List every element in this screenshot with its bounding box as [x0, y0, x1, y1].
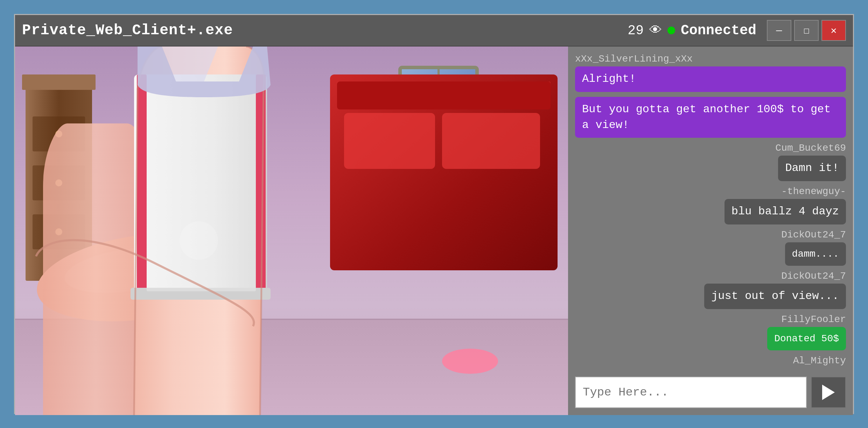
- chat-entry-5: DickOut24_7 damm....: [575, 229, 846, 266]
- status-area: 29 👁 Connected: [628, 23, 756, 38]
- chat-bubble-wrap-5: damm....: [575, 242, 846, 266]
- chat-bubble-5: damm....: [785, 242, 846, 266]
- main-window: Private_Web_Client+.exe 29 👁 Connected —…: [14, 14, 854, 414]
- chat-bubble-1: Alright!: [575, 66, 846, 92]
- chat-username-6: DickOut24_7: [575, 271, 846, 281]
- chat-bubble-6: just out of view...: [704, 284, 846, 309]
- eye-icon: 👁: [649, 23, 662, 38]
- chat-bubble-3: Damn it!: [778, 156, 846, 181]
- chat-panel: xXx_SilverLining_xXx Alright! But you go…: [568, 47, 853, 415]
- video-canvas: [15, 47, 568, 415]
- connection-status: Connected: [681, 23, 756, 38]
- chat-entry-1: xXx_SilverLining_xXx Alright!: [575, 54, 846, 92]
- send-arrow-icon: [822, 385, 835, 400]
- maximize-button[interactable]: ☐: [794, 20, 819, 41]
- video-area: [15, 47, 568, 415]
- chat-bubble-4: blu ballz 4 dayz: [724, 199, 846, 224]
- send-button[interactable]: [811, 377, 846, 408]
- svg-point-20: [442, 349, 498, 374]
- chat-bubble-wrap-3: Damn it!: [575, 156, 846, 181]
- window-controls: — ☐ ✕: [767, 20, 846, 41]
- chat-messages: xXx_SilverLining_xXx Alright! But you go…: [575, 54, 846, 368]
- chat-username-3: Cum_Bucket69: [575, 143, 846, 154]
- svg-rect-17: [337, 81, 551, 109]
- svg-point-29: [180, 221, 218, 260]
- chat-username-4: -thenewguy-: [575, 186, 846, 197]
- chat-username-7: FillyFooler: [575, 314, 846, 325]
- chat-input-area: [575, 377, 846, 408]
- chat-bubble-wrap-7: Donated 50$: [575, 327, 846, 350]
- chat-username-1: xXx_SilverLining_xXx: [575, 54, 846, 64]
- content-area: xXx_SilverLining_xXx Alright! But you go…: [15, 47, 853, 415]
- chat-bubble-wrap-2: But you gotta get another 100$ to get a …: [575, 97, 846, 138]
- svg-rect-25: [137, 74, 147, 295]
- chat-entry-6: DickOut24_7 just out of view...: [575, 271, 846, 309]
- minimize-button[interactable]: —: [767, 20, 791, 41]
- chat-input[interactable]: [575, 377, 807, 408]
- chat-bubble-wrap-1: Alright!: [575, 66, 846, 92]
- chat-entry-8: Al_Mighty Getting closer!: [575, 355, 846, 368]
- titlebar: Private_Web_Client+.exe 29 👁 Connected —…: [15, 15, 853, 47]
- viewers-count: 29: [628, 23, 644, 38]
- connection-dot: [667, 27, 675, 34]
- chat-entry-4: -thenewguy- blu ballz 4 dayz: [575, 186, 846, 224]
- svg-rect-18: [344, 113, 435, 169]
- window-title: Private_Web_Client+.exe: [22, 22, 628, 39]
- chat-entry-3: Cum_Bucket69 Damn it!: [575, 143, 846, 181]
- chat-bubble-7: Donated 50$: [767, 327, 846, 350]
- chat-username-5: DickOut24_7: [575, 229, 846, 240]
- chat-entry-2: But you gotta get another 100$ to get a …: [575, 97, 846, 138]
- chat-bubble-wrap-4: blu ballz 4 dayz: [575, 199, 846, 224]
- svg-rect-8: [22, 74, 96, 90]
- close-button[interactable]: ✕: [821, 20, 846, 41]
- svg-rect-19: [442, 113, 540, 169]
- chat-bubble-2: But you gotta get another 100$ to get a …: [575, 97, 846, 138]
- chat-entry-7: FillyFooler Donated 50$: [575, 314, 846, 350]
- chat-username-8: Al_Mighty: [575, 355, 846, 366]
- chat-bubble-wrap-6: just out of view...: [575, 284, 846, 309]
